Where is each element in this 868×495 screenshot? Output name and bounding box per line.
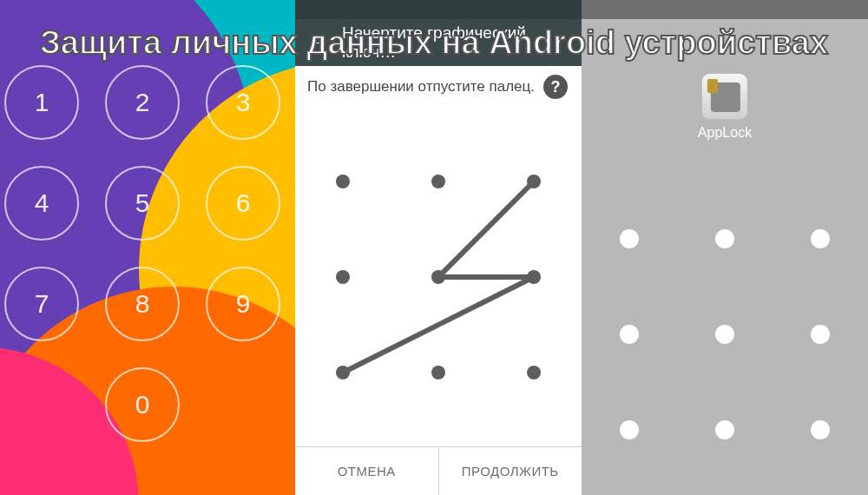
status-bar: [295, 0, 582, 19]
pattern-dot[interactable]: [431, 366, 445, 380]
pattern-dot[interactable]: [715, 229, 734, 248]
pattern-grid[interactable]: [582, 174, 868, 495]
pin-keypad-screen: 1 2 3 4 5 6 7 8 9 0: [0, 0, 295, 495]
applock-screen: AppLock: [582, 0, 868, 495]
hint-text: По завершении отпустите палец.: [307, 78, 535, 96]
cancel-button[interactable]: ОТМЕНА: [295, 447, 438, 495]
pattern-grid[interactable]: [295, 108, 582, 446]
pattern-dot[interactable]: [715, 420, 734, 439]
pattern-dot[interactable]: [811, 420, 830, 439]
keypad-key-8[interactable]: 8: [105, 267, 180, 341]
pattern-dot[interactable]: [336, 175, 350, 188]
status-bar: [582, 0, 868, 19]
app-bar: ← Начертите графический ключ…: [295, 19, 582, 66]
applock-icon: [701, 73, 748, 120]
pattern-dot[interactable]: [336, 366, 350, 380]
continue-button[interactable]: ПРОДОЛЖИТЬ: [438, 447, 582, 495]
pattern-dot[interactable]: [811, 229, 830, 248]
pattern-dot[interactable]: [527, 270, 541, 284]
pattern-dot[interactable]: [715, 325, 734, 344]
keypad-key-9[interactable]: 9: [206, 267, 280, 341]
pattern-dot[interactable]: [431, 270, 445, 284]
keypad-key-6[interactable]: 6: [206, 166, 280, 241]
pattern-dot[interactable]: [620, 420, 639, 439]
pattern-dot[interactable]: [527, 175, 541, 188]
pattern-dot[interactable]: [811, 325, 830, 344]
applock-label: AppLock: [698, 125, 752, 141]
keypad-key-1[interactable]: 1: [4, 65, 79, 140]
appbar-title: Начертите графический ключ…: [342, 23, 569, 62]
pattern-dot[interactable]: [336, 270, 350, 284]
pattern-dot[interactable]: [527, 366, 541, 380]
keypad-key-7[interactable]: 7: [4, 267, 79, 341]
keypad-key-0[interactable]: 0: [105, 367, 180, 442]
applock-app[interactable]: AppLock: [698, 73, 752, 141]
keypad-key-3[interactable]: 3: [206, 65, 280, 140]
pattern-dot[interactable]: [431, 175, 445, 188]
pattern-footer: ОТМЕНА ПРОДОЛЖИТЬ: [295, 446, 582, 495]
pin-keypad: 1 2 3 4 5 6 7 8 9 0: [0, 65, 295, 452]
back-arrow-icon[interactable]: ←: [307, 33, 326, 52]
pattern-setup-screen: ← Начертите графический ключ… По заверше…: [295, 0, 582, 495]
pattern-dot[interactable]: [620, 325, 639, 344]
keypad-key-5[interactable]: 5: [105, 166, 180, 241]
keypad-key-4[interactable]: 4: [4, 166, 79, 241]
keypad-key-2[interactable]: 2: [105, 65, 180, 140]
help-icon[interactable]: ?: [543, 75, 568, 99]
hint-row: По завершении отпустите палец. ?: [295, 66, 582, 108]
pattern-dot[interactable]: [620, 229, 639, 248]
